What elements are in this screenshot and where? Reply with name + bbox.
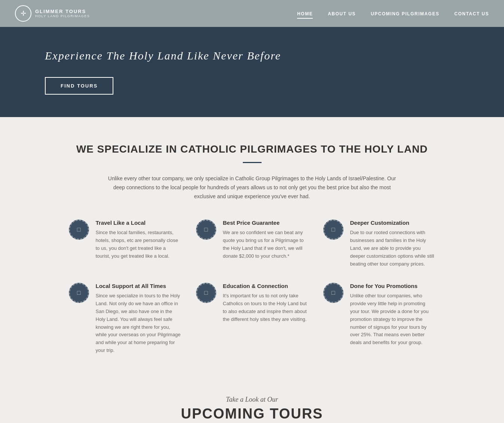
heading-divider — [243, 162, 262, 163]
nav-links: HOME ABOUT US UPCOMING PILGRIMAGES CONTA… — [297, 10, 489, 17]
find-tours-button[interactable]: FIND TOURS — [45, 77, 113, 95]
feature-title: Deeper Customization — [350, 220, 436, 226]
logo[interactable]: ✛ GLIMMER TOURS HOLY LAND PILGRIMAGES — [15, 5, 90, 22]
local-support-icon: □ — [69, 283, 89, 303]
feature-title: Done for You Promotions — [350, 283, 436, 289]
feature-local-support: □ Local Support at All Times Since we sp… — [69, 283, 181, 354]
upcoming-section: Take a Look at Our UPCOMING TOURS — [0, 373, 504, 423]
hero-section: Experience The Holy Land Like Never Befo… — [0, 27, 504, 117]
nav-item-home[interactable]: HOME — [297, 10, 313, 17]
feature-promotions: □ Done for You Promotions Unlike other t… — [323, 283, 436, 354]
nav-item-about[interactable]: ABOUT US — [328, 10, 356, 17]
specialize-description: Unlike every other tour company, we only… — [106, 174, 398, 201]
logo-sub: HOLY LAND PILGRIMAGES — [35, 14, 90, 18]
best-price-icon: □ — [196, 220, 216, 240]
specialize-section: WE SPECIALIZE IN CATHOLIC PILGRIMAGES TO… — [0, 117, 504, 373]
feature-title: Best Price Guarantee — [223, 220, 308, 226]
feature-body: Unlike other tour companies, who provide… — [350, 292, 436, 347]
logo-icon: ✛ — [15, 5, 31, 22]
feature-body: Since the local families, restaurants, h… — [96, 229, 181, 260]
nav-item-contact[interactable]: CONTACT US — [454, 10, 489, 17]
travel-local-icon: □ — [69, 220, 89, 240]
hero-title: Experience The Holy Land Like Never Befo… — [45, 49, 459, 62]
specialize-heading: WE SPECIALIZE IN CATHOLIC PILGRIMAGES TO… — [30, 143, 474, 155]
customization-icon: □ — [323, 220, 343, 240]
navigation: ✛ GLIMMER TOURS HOLY LAND PILGRIMAGES HO… — [0, 0, 504, 27]
feature-best-price: □ Best Price Guarantee We are so confide… — [196, 220, 308, 268]
feature-body: Due to our rooted connections with busin… — [350, 229, 436, 268]
feature-travel-local: □ Travel Like a Local Since the local fa… — [69, 220, 181, 268]
upcoming-heading: UPCOMING TOURS — [30, 406, 474, 422]
features-grid: □ Travel Like a Local Since the local fa… — [69, 220, 436, 354]
logo-name: GLIMMER TOURS — [35, 9, 90, 15]
feature-body: We are so confident we can beat any quot… — [223, 229, 308, 260]
feature-body: It's important for us to not only take C… — [223, 292, 308, 323]
feature-title: Travel Like a Local — [96, 220, 181, 226]
feature-title: Education & Connection — [223, 283, 308, 289]
feature-body: Since we specialize in tours to the Holy… — [96, 292, 181, 354]
nav-item-upcoming[interactable]: UPCOMING PILGRIMAGES — [371, 10, 439, 17]
promotions-icon: □ — [323, 283, 343, 303]
upcoming-sub: Take a Look at Our — [30, 396, 474, 404]
education-icon: □ — [196, 283, 216, 303]
feature-education: □ Education & Connection It's important … — [196, 283, 308, 354]
feature-customization: □ Deeper Customization Due to our rooted… — [323, 220, 436, 268]
feature-title: Local Support at All Times — [96, 283, 181, 289]
